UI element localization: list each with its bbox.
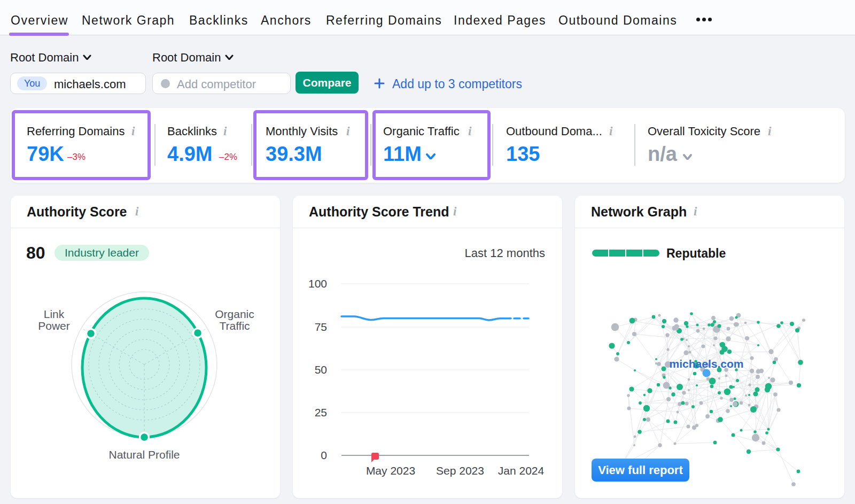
svg-text:25: 25 [315,406,327,418]
svg-text:Sep 2023: Sep 2023 [436,464,484,477]
svg-text:50: 50 [315,363,327,376]
svg-text:Traffic: Traffic [219,320,250,332]
svg-text:0: 0 [321,449,327,461]
svg-text:michaels.com: michaels.com [670,358,744,370]
svg-text:Organic: Organic [215,308,254,320]
svg-text:Last 12 months: Last 12 months [465,246,545,260]
svg-text:May 2023: May 2023 [366,464,415,477]
svg-text:100: 100 [308,277,327,290]
svg-text:Link: Link [44,308,65,320]
svg-text:Power: Power [38,320,70,332]
svg-text:75: 75 [315,321,327,333]
svg-text:Natural Profile: Natural Profile [108,448,180,461]
svg-text:Jan 2024: Jan 2024 [498,464,545,477]
